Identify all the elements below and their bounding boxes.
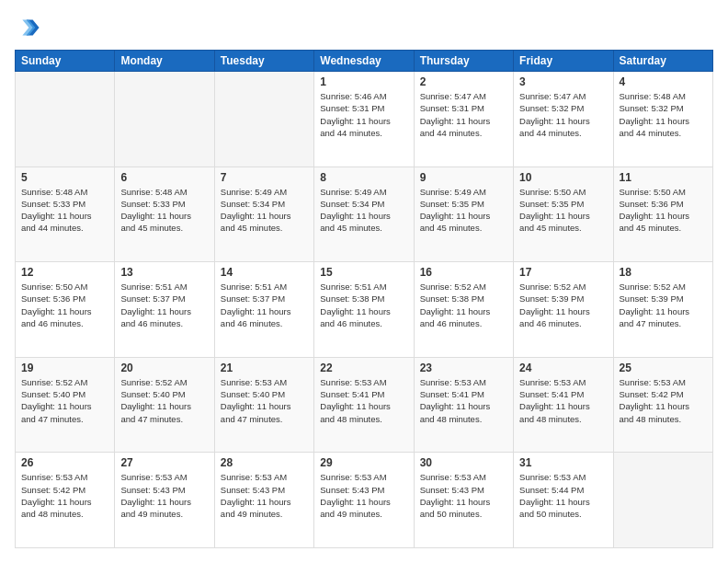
calendar-cell: 3Sunrise: 5:47 AM Sunset: 5:32 PM Daylig… [514,72,613,167]
day-info: Sunrise: 5:51 AM Sunset: 5:38 PM Dayligh… [320,281,407,329]
day-number: 23 [420,362,507,374]
calendar-cell: 18Sunrise: 5:52 AM Sunset: 5:39 PM Dayli… [613,262,712,358]
day-info: Sunrise: 5:48 AM Sunset: 5:33 PM Dayligh… [120,186,208,235]
day-number: 21 [221,362,308,374]
day-header-monday: Monday [115,51,214,72]
day-info: Sunrise: 5:53 AM Sunset: 5:43 PM Dayligh… [221,471,308,520]
calendar: SundayMondayTuesdayWednesdayThursdayFrid… [15,50,713,548]
day-info: Sunrise: 5:49 AM Sunset: 5:35 PM Dayligh… [420,186,507,235]
day-number: 14 [221,266,308,279]
calendar-cell [115,72,214,167]
calendar-cell: 6Sunrise: 5:48 AM Sunset: 5:33 PM Daylig… [115,167,214,262]
calendar-cell: 26Sunrise: 5:53 AM Sunset: 5:42 PM Dayli… [16,453,115,548]
week-row-0: 1Sunrise: 5:46 AM Sunset: 5:31 PM Daylig… [16,72,713,167]
day-info: Sunrise: 5:53 AM Sunset: 5:43 PM Dayligh… [420,471,507,520]
day-info: Sunrise: 5:49 AM Sunset: 5:34 PM Dayligh… [320,186,407,235]
day-number: 24 [519,362,607,374]
day-number: 4 [620,75,707,88]
calendar-cell: 2Sunrise: 5:47 AM Sunset: 5:31 PM Daylig… [414,72,513,167]
day-info: Sunrise: 5:53 AM Sunset: 5:42 PM Dayligh… [21,471,108,520]
day-info: Sunrise: 5:48 AM Sunset: 5:33 PM Dayligh… [21,186,108,235]
day-info: Sunrise: 5:53 AM Sunset: 5:41 PM Dayligh… [320,376,407,425]
week-row-1: 5Sunrise: 5:48 AM Sunset: 5:33 PM Daylig… [16,167,713,262]
day-header-wednesday: Wednesday [314,51,414,72]
calendar-cell: 13Sunrise: 5:51 AM Sunset: 5:37 PM Dayli… [115,262,214,358]
week-row-2: 12Sunrise: 5:50 AM Sunset: 5:36 PM Dayli… [16,262,713,358]
day-info: Sunrise: 5:50 AM Sunset: 5:36 PM Dayligh… [620,186,707,235]
day-number: 18 [620,266,707,279]
day-number: 17 [519,266,607,279]
day-number: 31 [519,456,607,469]
calendar-cell: 24Sunrise: 5:53 AM Sunset: 5:41 PM Dayli… [514,357,613,453]
day-info: Sunrise: 5:51 AM Sunset: 5:37 PM Dayligh… [221,281,308,329]
day-number: 20 [120,362,208,374]
calendar-header: SundayMondayTuesdayWednesdayThursdayFrid… [16,51,713,72]
calendar-cell: 25Sunrise: 5:53 AM Sunset: 5:42 PM Dayli… [613,357,712,453]
calendar-cell: 20Sunrise: 5:52 AM Sunset: 5:40 PM Dayli… [115,357,214,453]
day-header-sunday: Sunday [16,51,115,72]
calendar-cell [613,453,712,548]
calendar-cell: 8Sunrise: 5:49 AM Sunset: 5:34 PM Daylig… [314,167,414,262]
day-info: Sunrise: 5:52 AM Sunset: 5:40 PM Dayligh… [21,376,108,425]
day-info: Sunrise: 5:53 AM Sunset: 5:43 PM Dayligh… [120,471,208,520]
day-info: Sunrise: 5:46 AM Sunset: 5:31 PM Dayligh… [320,90,407,139]
day-header-saturday: Saturday [613,51,712,72]
day-number: 25 [620,362,707,374]
calendar-cell: 16Sunrise: 5:52 AM Sunset: 5:38 PM Dayli… [414,262,513,358]
calendar-cell [16,72,115,167]
calendar-cell: 27Sunrise: 5:53 AM Sunset: 5:43 PM Dayli… [115,453,214,548]
calendar-cell: 1Sunrise: 5:46 AM Sunset: 5:31 PM Daylig… [314,72,414,167]
day-number: 12 [21,266,108,279]
day-header-thursday: Thursday [414,51,513,72]
day-info: Sunrise: 5:51 AM Sunset: 5:37 PM Dayligh… [120,281,208,329]
day-info: Sunrise: 5:52 AM Sunset: 5:39 PM Dayligh… [519,281,607,329]
day-info: Sunrise: 5:50 AM Sunset: 5:35 PM Dayligh… [519,186,607,235]
day-info: Sunrise: 5:53 AM Sunset: 5:44 PM Dayligh… [519,471,607,520]
day-header-friday: Friday [514,51,613,72]
calendar-cell: 17Sunrise: 5:52 AM Sunset: 5:39 PM Dayli… [514,262,613,358]
day-info: Sunrise: 5:49 AM Sunset: 5:34 PM Dayligh… [221,186,308,235]
day-info: Sunrise: 5:53 AM Sunset: 5:41 PM Dayligh… [420,376,507,425]
calendar-cell: 31Sunrise: 5:53 AM Sunset: 5:44 PM Dayli… [514,453,613,548]
calendar-cell: 10Sunrise: 5:50 AM Sunset: 5:35 PM Dayli… [514,167,613,262]
day-number: 19 [21,362,108,374]
calendar-cell: 12Sunrise: 5:50 AM Sunset: 5:36 PM Dayli… [16,262,115,358]
calendar-cell: 21Sunrise: 5:53 AM Sunset: 5:40 PM Dayli… [214,357,313,453]
day-number: 15 [320,266,407,279]
day-number: 10 [519,171,607,184]
calendar-cell [214,72,313,167]
day-number: 11 [620,171,707,184]
calendar-cell: 23Sunrise: 5:53 AM Sunset: 5:41 PM Dayli… [414,357,513,453]
day-number: 8 [320,171,407,184]
day-info: Sunrise: 5:52 AM Sunset: 5:39 PM Dayligh… [620,281,707,329]
day-info: Sunrise: 5:52 AM Sunset: 5:40 PM Dayligh… [120,376,208,425]
calendar-cell: 22Sunrise: 5:53 AM Sunset: 5:41 PM Dayli… [314,357,414,453]
header-row: SundayMondayTuesdayWednesdayThursdayFrid… [16,51,713,72]
calendar-cell: 14Sunrise: 5:51 AM Sunset: 5:37 PM Dayli… [214,262,313,358]
day-number: 6 [120,171,208,184]
day-info: Sunrise: 5:47 AM Sunset: 5:31 PM Dayligh… [420,90,507,139]
day-info: Sunrise: 5:53 AM Sunset: 5:41 PM Dayligh… [519,376,607,425]
day-number: 26 [21,456,108,469]
day-number: 29 [320,456,407,469]
day-number: 5 [21,171,108,184]
header [15,15,713,40]
day-info: Sunrise: 5:48 AM Sunset: 5:32 PM Dayligh… [620,90,707,139]
week-row-3: 19Sunrise: 5:52 AM Sunset: 5:40 PM Dayli… [16,357,713,453]
calendar-cell: 30Sunrise: 5:53 AM Sunset: 5:43 PM Dayli… [414,453,513,548]
day-number: 27 [120,456,208,469]
calendar-cell: 29Sunrise: 5:53 AM Sunset: 5:43 PM Dayli… [314,453,414,548]
day-number: 13 [120,266,208,279]
day-info: Sunrise: 5:50 AM Sunset: 5:36 PM Dayligh… [21,281,108,329]
day-info: Sunrise: 5:53 AM Sunset: 5:43 PM Dayligh… [320,471,407,520]
day-number: 1 [320,75,407,88]
day-number: 28 [221,456,308,469]
calendar-cell: 7Sunrise: 5:49 AM Sunset: 5:34 PM Daylig… [214,167,313,262]
calendar-cell: 5Sunrise: 5:48 AM Sunset: 5:33 PM Daylig… [16,167,115,262]
page: SundayMondayTuesdayWednesdayThursdayFrid… [0,0,728,563]
day-number: 22 [320,362,407,374]
day-number: 7 [221,171,308,184]
calendar-cell: 4Sunrise: 5:48 AM Sunset: 5:32 PM Daylig… [613,72,712,167]
day-number: 2 [420,75,507,88]
day-number: 16 [420,266,507,279]
